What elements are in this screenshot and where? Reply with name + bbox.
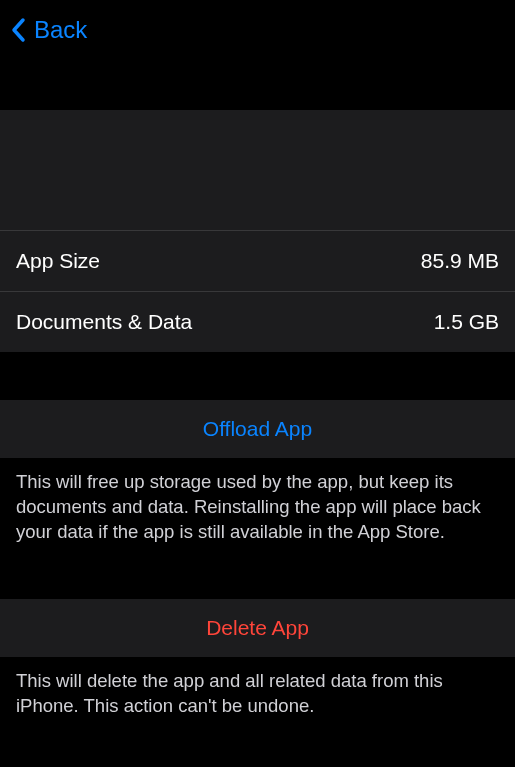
spacer <box>0 557 515 599</box>
app-size-row: App Size 85.9 MB <box>0 230 515 291</box>
documents-data-value: 1.5 GB <box>434 310 499 334</box>
app-size-label: App Size <box>16 249 100 273</box>
delete-description: This will delete the app and all related… <box>0 657 515 731</box>
back-label: Back <box>34 16 87 44</box>
chevron-left-icon <box>10 17 26 43</box>
nav-bar: Back <box>0 0 515 60</box>
spacer-section <box>0 60 515 110</box>
offload-description: This will free up storage used by the ap… <box>0 458 515 557</box>
documents-data-row: Documents & Data 1.5 GB <box>0 291 515 352</box>
app-header-section <box>0 110 515 230</box>
offload-app-button[interactable]: Offload App <box>0 400 515 458</box>
documents-data-label: Documents & Data <box>16 310 192 334</box>
offload-app-label: Offload App <box>203 417 312 440</box>
back-button[interactable]: Back <box>10 16 87 44</box>
spacer <box>0 352 515 400</box>
delete-app-label: Delete App <box>206 616 309 639</box>
delete-app-button[interactable]: Delete App <box>0 599 515 657</box>
app-size-value: 85.9 MB <box>421 249 499 273</box>
